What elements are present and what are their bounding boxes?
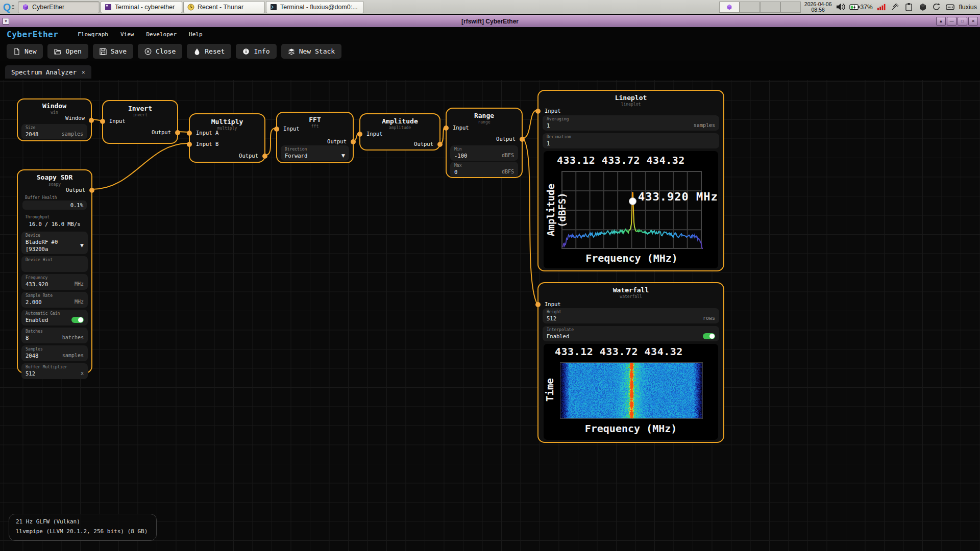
field-buffer-multiplier[interactable]: Buffer Multiplier 512x [21,363,88,379]
field-device-hint[interactable]: Device Hint [21,256,88,272]
node-multiply[interactable]: Multiply multiply Input A Input B Output [189,113,265,163]
workspace-switcher[interactable] [719,2,801,13]
toggle-on[interactable] [703,333,715,339]
input-port[interactable] [444,126,449,131]
node-amplitude[interactable]: Amplitude amplitude Input Output [359,113,440,151]
workspace-4[interactable] [780,2,801,13]
node-soapy-sdr[interactable]: Soapy SDR soapy Output Buffer Health 0.1… [17,169,92,373]
network-signal-icon[interactable] [876,2,887,12]
field-height[interactable]: Height 512rows [543,308,719,323]
open-button[interactable]: Open [47,44,88,59]
output-port[interactable] [175,130,180,135]
terminal-icon [105,4,112,11]
save-button[interactable]: Save [93,44,133,59]
app-toolbar: New Open Save Close Reset Info New Stack [0,41,980,61]
field-frequency[interactable]: Frequency 433.920MHz [21,274,88,290]
volume-icon[interactable] [836,2,846,12]
app-menu-button[interactable]: Q [0,0,17,14]
taskbar-window-terminal-cyberether[interactable]: Terminal - cyberether [101,1,182,13]
flowgraph-tabbar: Spectrum Analyzer ✕ [0,61,980,80]
clock[interactable]: 2026-04-06 08:56 [804,2,832,13]
input-port[interactable] [357,132,362,137]
new-button[interactable]: New [7,44,43,59]
workspace-2[interactable] [740,2,760,13]
spectrum-trace [562,172,703,250]
status-line-renderer: llvmpipe (LLVM 20.1.2, 256 bits) (8 GB) [16,528,150,535]
tab-close-icon[interactable]: ✕ [82,69,85,76]
menu-help[interactable]: Help [183,29,209,40]
cube-icon[interactable] [918,2,928,12]
field-throughput: Throughput 16.0 / 16.0 MB/s [21,213,88,230]
input-port[interactable] [535,302,541,307]
output-port[interactable] [520,137,525,142]
field-max[interactable]: Max 0dBFS [450,162,518,177]
input-a-port[interactable] [187,131,192,136]
field-device[interactable]: Device BladeRF #0 [93200a▼ [21,232,88,254]
render-status-box: 21 Hz GLFW (Vulkan) llvmpipe (LLVM 20.1.… [9,514,157,541]
stack-icon [288,48,295,55]
lineplot-ticks: 433.12 433.72 434.32 [557,154,685,166]
logged-in-user: fluxius [959,4,977,11]
node-lineplot[interactable]: Lineplot lineplot Input Averaging 1sampl… [537,90,724,271]
output-port[interactable] [89,188,94,193]
field-size[interactable]: Size 2048samples [21,124,87,139]
peak-marker[interactable] [629,197,636,205]
output-port[interactable] [437,142,443,147]
field-automatic-gain[interactable]: Automatic Gain Enabled [21,310,88,325]
close-flowgraph-button[interactable]: Close [138,44,182,59]
node-waterfall[interactable]: Waterfall waterfall Input Height 512rows… [537,282,724,443]
info-button[interactable]: Info [236,44,276,59]
dropdown-caret-icon[interactable]: ▼ [80,242,84,249]
node-invert[interactable]: Invert invert Input Output [102,100,178,144]
input-port[interactable] [535,109,541,114]
output-port[interactable] [89,118,94,123]
port-label-window: Window [65,115,85,121]
menu-view[interactable]: View [114,29,140,40]
lineplot-plot-area[interactable]: 433.920 MHz [561,171,702,249]
input-b-port[interactable] [187,142,192,147]
updates-refresh-icon[interactable] [932,2,942,12]
field-interpolate[interactable]: Interpolate Enabled [543,326,719,341]
field-decimation[interactable]: Decimation 1 [543,133,719,148]
field-direction[interactable]: Direction Forward▼ [281,145,349,161]
lineplot-display[interactable]: 433.12 433.72 434.32 433.920 [544,151,718,268]
input-port[interactable] [100,119,105,124]
plug-icon[interactable] [890,2,900,12]
lineplot-ylabel: Amplitude (dBFS) [545,171,568,249]
menu-developer[interactable]: Developer [140,29,183,40]
output-port[interactable] [351,139,356,144]
cyberether-cube-icon [22,4,29,11]
waterfall-display[interactable]: 433.12 433.72 434.32 Time Frequency (MHz… [544,344,718,440]
dropdown-caret-icon[interactable]: ▼ [341,152,345,159]
taskbar-window-cyberether[interactable]: CyberEther [18,1,100,13]
info-icon [242,48,250,55]
clipboard-icon[interactable] [904,2,914,12]
field-min[interactable]: Min -100dBFS [450,145,518,161]
reset-button[interactable]: Reset [187,44,231,59]
output-port[interactable] [262,154,267,159]
node-fft[interactable]: FFT fft Input Output Direction Forward▼ [276,112,354,163]
waterfall-image[interactable] [560,362,703,419]
taskbar-window-terminal-fluxius[interactable]: Terminal - fluxius@dom0:... [266,1,364,13]
document-icon [13,48,20,55]
field-sample-rate[interactable]: Sample Rate 2.000MHz [21,292,88,308]
workspace-1[interactable] [719,2,740,13]
device-manager-icon[interactable] [945,2,955,12]
floppy-icon [100,48,107,55]
menu-flowgraph[interactable]: Flowgraph [71,29,114,40]
battery-indicator[interactable]: 37% [849,4,873,11]
field-samples[interactable]: Samples 2048samples [21,345,88,361]
system-tray: 2026-04-06 08:56 37% fluxius [719,2,980,13]
input-port[interactable] [274,127,279,132]
node-window[interactable]: Window win Window Size 2048samples [17,98,92,141]
tab-spectrum-analyzer[interactable]: Spectrum Analyzer ✕ [5,65,91,79]
desktop-taskbar: Q CyberEther Terminal - cyberether Recen… [0,0,980,14]
node-range[interactable]: Range range Input Output Min -100dBFS Ma… [446,108,523,178]
folder-open-icon [54,48,61,55]
taskbar-window-thunar-recent[interactable]: Recent - Thunar [183,1,265,13]
toggle-on[interactable] [71,317,84,323]
new-stack-button[interactable]: New Stack [281,44,341,59]
field-batches[interactable]: Batches 8batches [21,328,88,343]
workspace-3[interactable] [760,2,780,13]
field-averaging[interactable]: Averaging 1samples [543,115,719,131]
